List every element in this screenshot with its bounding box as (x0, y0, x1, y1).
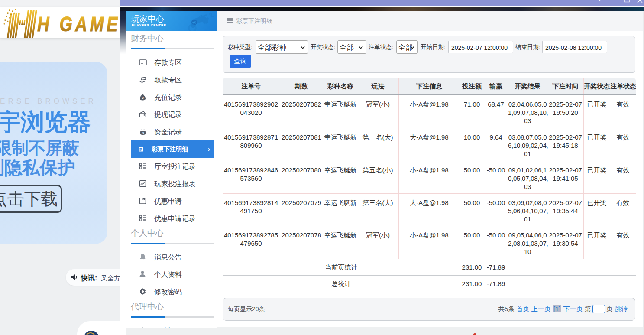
svg-text:H GAME: H GAME (37, 13, 120, 36)
